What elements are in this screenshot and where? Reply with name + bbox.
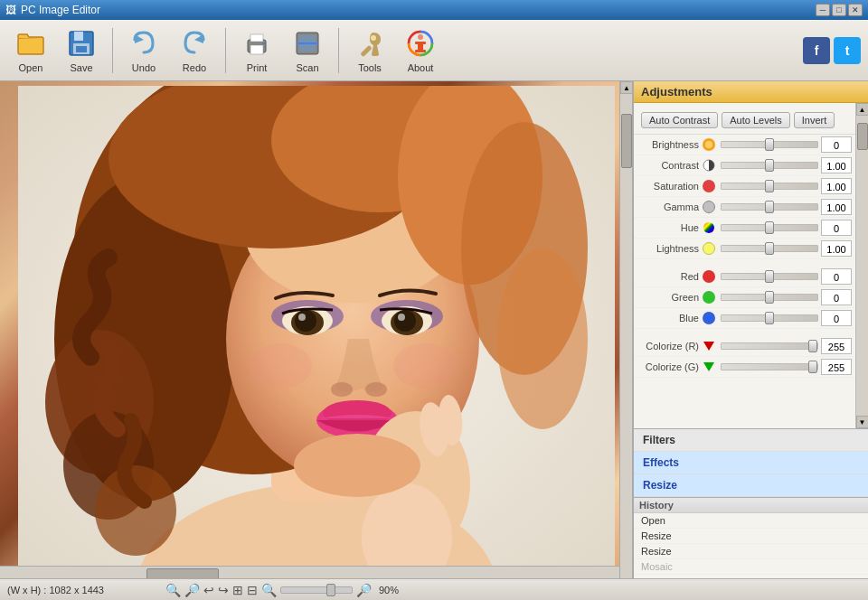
blue-icon <box>703 312 715 324</box>
panel-tabs: Filters Effects Resize <box>634 428 868 497</box>
red-slider[interactable] <box>721 273 818 280</box>
toolbar: Open Save Undo <box>0 20 868 81</box>
history-panel: History Open Resize Resize Mosaic <box>634 497 868 578</box>
tool-1-icon[interactable]: 🔍 <box>165 583 181 597</box>
zoom-in-icon[interactable]: 🔎 <box>356 583 372 597</box>
lightness-slider[interactable] <box>721 245 818 252</box>
colorize-r-row: Colorize (R) 255 <box>634 336 855 357</box>
adjustments-scrollbar[interactable]: ▲ ▼ <box>855 103 868 428</box>
redo-button[interactable]: Redo <box>171 23 218 78</box>
zoom-out-icon[interactable]: 🔍 <box>261 583 277 597</box>
green-slider[interactable] <box>721 294 818 301</box>
saturation-value: 1.00 <box>821 178 852 194</box>
resize-tab[interactable]: Resize <box>634 474 868 497</box>
effects-tab[interactable]: Effects <box>634 452 868 474</box>
svg-point-57 <box>705 141 712 148</box>
svg-point-56 <box>294 434 420 497</box>
canvas-vscroll-thumb[interactable] <box>621 114 632 168</box>
history-item-mosaic[interactable]: Mosaic <box>634 559 868 575</box>
svg-rect-10 <box>262 42 265 44</box>
canvas-vscrollbar[interactable]: ▲ <box>619 81 632 578</box>
svg-point-39 <box>298 314 306 321</box>
about-button[interactable]: About <box>397 23 444 78</box>
status-tools: 🔍 🔎 ↩ ↪ ⊞ ⊟ 🔍 🔎 90% <box>165 583 399 597</box>
adjustments-body: Auto Contrast Auto Levels Invert Brightn… <box>634 103 855 428</box>
scroll-thumb[interactable] <box>857 123 868 150</box>
auto-contrast-button[interactable]: Auto Contrast <box>641 112 718 128</box>
gamma-icon <box>703 201 715 213</box>
canvas-area: ▲ <box>0 81 633 578</box>
window-controls: ─ □ ✕ <box>816 4 863 16</box>
tools-label: Tools <box>358 62 382 73</box>
tools-button[interactable]: Tools <box>346 23 393 78</box>
svg-marker-6 <box>194 34 203 43</box>
saturation-slider[interactable] <box>721 183 818 190</box>
social-buttons: f t <box>803 37 861 64</box>
green-icon <box>703 291 715 304</box>
hue-icon <box>703 221 715 234</box>
title-bar: 🖼 PC Image Editor ─ □ ✕ <box>0 0 868 20</box>
brightness-slider[interactable] <box>721 141 818 148</box>
adjustments-title: Adjustments <box>641 85 712 98</box>
history-item-resize-1[interactable]: Resize <box>634 529 868 544</box>
filters-tab[interactable]: Filters <box>634 429 868 452</box>
tool-4-icon[interactable]: ↪ <box>218 583 229 597</box>
minimize-button[interactable]: ─ <box>816 4 830 16</box>
maximize-button[interactable]: □ <box>832 4 846 16</box>
history-item-resize-2[interactable]: Resize <box>634 544 868 559</box>
twitter-button[interactable]: t <box>834 37 861 64</box>
svg-point-38 <box>295 310 316 332</box>
close-button[interactable]: ✕ <box>848 4 863 16</box>
blue-slider[interactable] <box>721 314 818 322</box>
open-button[interactable]: Open <box>7 23 54 78</box>
scroll-up-button[interactable]: ▲ <box>856 103 869 116</box>
tool-5-icon[interactable]: ⊞ <box>232 583 243 597</box>
redo-icon <box>178 27 211 60</box>
hue-row: Hue <box>634 218 855 239</box>
toolbar-sep-1 <box>112 28 113 73</box>
saturation-row: Saturation 1.00 <box>634 176 855 197</box>
print-button[interactable]: Print <box>233 23 280 78</box>
red-icon <box>703 270 715 283</box>
history-item-open[interactable]: Open <box>634 513 868 529</box>
blue-row: Blue 0 <box>634 308 855 329</box>
colorize-r-slider[interactable] <box>721 342 818 350</box>
image-display <box>0 81 632 578</box>
redo-label: Redo <box>183 62 206 73</box>
contrast-slider[interactable] <box>721 162 818 169</box>
facebook-button[interactable]: f <box>803 37 830 64</box>
lightness-label: Lightness <box>637 243 703 254</box>
svg-point-17 <box>418 34 423 40</box>
gamma-value: 1.00 <box>821 199 852 215</box>
svg-rect-8 <box>250 45 263 54</box>
save-button[interactable]: Save <box>58 23 105 78</box>
canvas-hscroll-thumb[interactable] <box>146 568 219 578</box>
undo-button[interactable]: Undo <box>120 23 167 78</box>
red-row: Red 0 <box>634 267 855 287</box>
tool-3-icon[interactable]: ↩ <box>203 583 214 597</box>
right-panel: Adjustments Auto Contrast Auto Levels In… <box>633 81 868 578</box>
svg-point-59 <box>703 222 714 233</box>
scroll-down-button[interactable]: ▼ <box>856 416 869 428</box>
red-label: Red <box>637 271 703 282</box>
green-row: Green 0 <box>634 287 855 308</box>
hue-slider[interactable] <box>721 224 818 231</box>
history-label: History <box>634 498 868 513</box>
gamma-slider[interactable] <box>721 203 818 211</box>
svg-rect-20 <box>415 50 426 52</box>
svg-rect-9 <box>250 34 263 42</box>
tool-6-icon[interactable]: ⊟ <box>247 583 258 597</box>
zoom-slider[interactable] <box>280 586 353 594</box>
svg-point-28 <box>95 465 176 556</box>
svg-rect-14 <box>360 45 372 57</box>
print-icon <box>241 27 273 60</box>
canvas-hscrollbar[interactable] <box>0 566 619 578</box>
undo-icon <box>127 27 160 60</box>
dimensions-text: (W x H) : 1082 x 1443 <box>7 585 104 595</box>
scan-button[interactable]: Scan <box>284 23 331 78</box>
colorize-g-row: Colorize (G) 255 <box>634 357 855 378</box>
auto-levels-button[interactable]: Auto Levels <box>722 112 789 128</box>
invert-button[interactable]: Invert <box>794 112 835 128</box>
tool-2-icon[interactable]: 🔎 <box>184 583 200 597</box>
colorize-g-slider[interactable] <box>721 363 818 370</box>
